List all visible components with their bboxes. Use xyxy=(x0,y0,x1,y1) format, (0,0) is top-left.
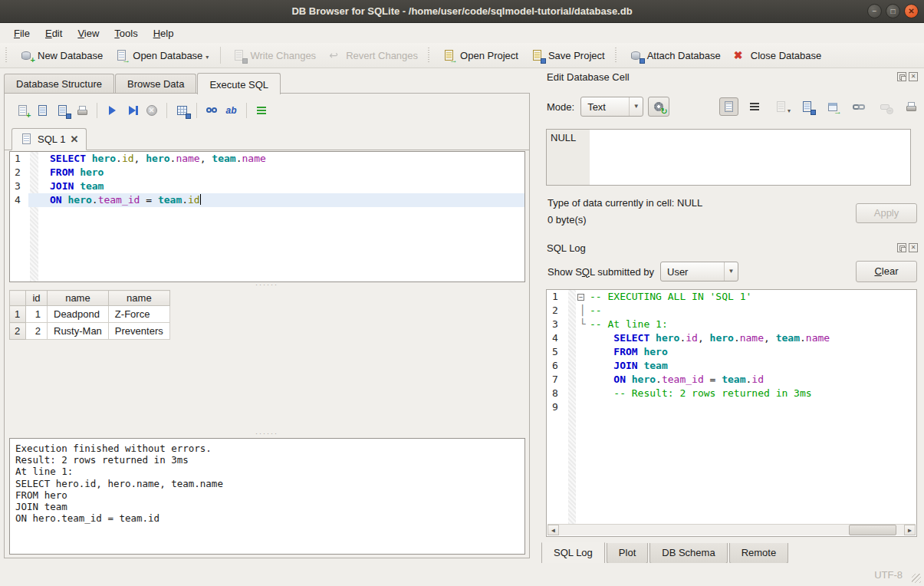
save-results-button[interactable]: ▾ xyxy=(172,100,192,120)
print-button[interactable] xyxy=(902,97,921,116)
cell[interactable]: 2 xyxy=(26,323,48,340)
save-project-button[interactable]: Save Project xyxy=(524,46,611,64)
sql-editor[interactable]: 1SELECT hero.id, hero.name, team.name2FR… xyxy=(9,151,525,282)
wrap-lines-button[interactable] xyxy=(745,97,765,116)
toolbar-handle[interactable] xyxy=(5,48,10,63)
cell-edit-area[interactable]: NULL xyxy=(546,129,911,186)
revert-changes-label: Revert Changes xyxy=(346,50,418,61)
left-pane: Database StructureBrowse DataExecute SQL… xyxy=(0,68,539,563)
save-results-icon xyxy=(176,104,189,117)
splitter-handle[interactable]: ······ xyxy=(5,283,529,288)
execute-all-button[interactable] xyxy=(102,100,122,120)
close-database-button[interactable]: Close Database xyxy=(727,46,828,64)
horizontal-scrollbar[interactable]: ◀ ▶ xyxy=(547,524,916,535)
stop-icon xyxy=(146,104,159,117)
toolbar-handle[interactable] xyxy=(615,48,620,63)
copy-link-button[interactable] xyxy=(850,97,869,116)
row-header[interactable]: 2 xyxy=(10,323,26,340)
menu-help[interactable]: Help xyxy=(146,25,182,42)
dock-tab-plot[interactable]: Plot xyxy=(607,543,648,564)
cell[interactable]: Preventers xyxy=(108,323,169,340)
word-wrap-button[interactable] xyxy=(252,100,271,120)
toolbar-handle[interactable] xyxy=(428,48,432,63)
float-panel-icon[interactable] xyxy=(897,72,906,81)
auto-apply-gear-icon: ↻ xyxy=(653,100,666,113)
close-sql-tab-icon[interactable]: ✕ xyxy=(70,133,78,145)
code-line: 9 xyxy=(547,400,916,414)
titlebar[interactable]: DB Browser for SQLite - /home/user/code/… xyxy=(0,0,924,23)
text-cursor xyxy=(200,194,202,205)
save-sql-file-button[interactable]: ▾ xyxy=(52,100,72,120)
cell-mode-select[interactable]: Text ▼ xyxy=(580,97,643,117)
cell[interactable]: Deadpond xyxy=(48,306,109,323)
open-database-button[interactable]: →Open Database▾ xyxy=(109,46,215,64)
cell[interactable]: Z-Force xyxy=(108,306,169,323)
row-header[interactable]: 1 xyxy=(10,306,26,323)
table-row[interactable]: 11DeadpondZ-Force xyxy=(10,306,170,323)
table-row[interactable]: 22Rusty-ManPreventers xyxy=(10,323,170,340)
window-controls: − □ ✕ xyxy=(867,4,919,18)
print-button[interactable] xyxy=(72,100,92,120)
scroll-left-icon[interactable]: ◀ xyxy=(547,525,559,535)
menubar: FileEditViewToolsHelp xyxy=(0,23,924,43)
resize-grip[interactable] xyxy=(912,574,921,583)
log-filter-select[interactable]: User ▼ xyxy=(660,262,738,281)
line-number: 6 xyxy=(547,359,567,373)
clear-log-button[interactable]: Clear xyxy=(856,261,917,282)
export-data-button[interactable] xyxy=(797,97,817,116)
cell[interactable]: Rusty-Man xyxy=(48,323,109,340)
sql-log-view[interactable]: 1−-- EXECUTING ALL IN 'SQL 1'2│--3└-- At… xyxy=(546,289,917,537)
code-line: 4 SELECT hero.id, hero.name, team.name xyxy=(547,331,916,345)
new-database-button[interactable]: +New Database xyxy=(14,46,109,64)
float-panel-icon[interactable] xyxy=(897,243,906,252)
tab-browse-data[interactable]: Browse Data xyxy=(115,74,196,94)
dock-tab-remote[interactable]: Remote xyxy=(729,543,789,564)
scrollbar-track[interactable] xyxy=(559,525,904,535)
execute-line-button[interactable] xyxy=(122,100,142,120)
menu-tools[interactable]: Tools xyxy=(107,25,145,42)
close-button[interactable]: ✕ xyxy=(904,4,919,18)
scroll-right-icon[interactable]: ▶ xyxy=(904,525,916,535)
wrap-lines-icon xyxy=(748,100,761,113)
close-panel-icon[interactable]: ✕ xyxy=(909,243,918,252)
line-number: 1 xyxy=(10,152,28,166)
cell-type-text: Type of data currently in cell: NULL xyxy=(547,197,702,209)
find-replace-button[interactable] xyxy=(202,100,222,120)
splitter-handle[interactable]: ······ xyxy=(5,432,529,437)
cell[interactable]: 1 xyxy=(26,306,48,323)
cell-editor-toolbar: ▾→ xyxy=(719,96,921,117)
scrollbar-thumb[interactable] xyxy=(849,525,896,535)
close-panel-icon[interactable]: ✕ xyxy=(909,72,918,81)
chevron-down-icon: ▼ xyxy=(629,97,643,116)
corner-header xyxy=(10,291,26,306)
open-external-button[interactable]: → xyxy=(824,97,843,116)
dock-tab-sql-log[interactable]: SQL Log xyxy=(541,542,605,565)
encoding-indicator[interactable]: UTF-8 xyxy=(874,569,903,581)
minimize-button[interactable]: − xyxy=(867,4,882,18)
results-table[interactable]: idnamename11DeadpondZ-Force22Rusty-ManPr… xyxy=(9,290,170,340)
menu-file[interactable]: File xyxy=(6,25,38,42)
column-header-name-2[interactable]: name xyxy=(108,291,169,306)
auto-apply-button[interactable]: ↻ xyxy=(648,97,669,117)
menu-edit[interactable]: Edit xyxy=(38,25,70,42)
sql-tab[interactable]: SQL 1 ✕ xyxy=(12,128,87,150)
tab-database-structure[interactable]: Database Structure xyxy=(4,74,114,94)
tab-execute-sql[interactable]: Execute SQL xyxy=(197,73,281,94)
import-data-button: ▾ xyxy=(771,97,791,116)
apply-button[interactable]: Apply xyxy=(856,203,917,223)
auto-format-button[interactable] xyxy=(222,100,242,120)
fold-marker[interactable]: − xyxy=(577,290,590,304)
open-external-icon: → xyxy=(827,100,840,113)
column-header-name-1[interactable]: name xyxy=(48,291,109,306)
new-sql-tab-button[interactable]: + xyxy=(12,100,32,120)
save-project-label: Save Project xyxy=(548,50,605,61)
text-view-button[interactable] xyxy=(719,97,738,116)
maximize-button[interactable]: □ xyxy=(886,4,900,18)
open-sql-file-button[interactable] xyxy=(32,100,52,120)
dock-tab-db-schema[interactable]: DB Schema xyxy=(649,543,727,564)
column-header-id-0[interactable]: id xyxy=(26,291,48,306)
open-project-button[interactable]: →Open Project xyxy=(436,46,524,64)
attach-database-button[interactable]: Attach Database xyxy=(623,46,727,64)
open-database-label: Open Database xyxy=(133,50,202,61)
menu-view[interactable]: View xyxy=(70,25,107,42)
